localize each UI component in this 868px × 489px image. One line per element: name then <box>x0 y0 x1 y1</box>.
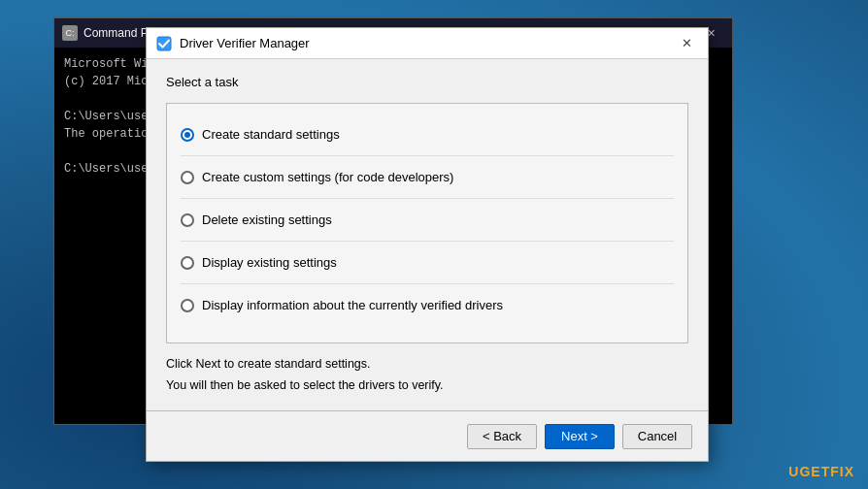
back-button[interactable]: < Back <box>467 424 537 449</box>
options-area: Create standard settings Create custom s… <box>166 103 688 343</box>
radio-option-3[interactable]: Delete existing settings <box>181 199 674 242</box>
radio-option-1[interactable]: Create standard settings <box>181 114 674 156</box>
radio-option-2[interactable]: Create custom settings (for code develop… <box>181 156 674 199</box>
radio-input-3 <box>181 213 194 227</box>
cancel-button[interactable]: Cancel <box>622 424 692 449</box>
watermark-highlight: ET <box>811 464 830 479</box>
dialog-titlebar: Driver Verifier Manager ✕ <box>147 28 708 59</box>
watermark-prefix: UG <box>788 464 811 479</box>
next-button[interactable]: Next > <box>545 424 615 449</box>
dialog-body: Select a task Create standard settings C… <box>147 59 708 410</box>
desc-line-2: You will then be asked to select the dri… <box>166 376 688 395</box>
radio-label-5: Display information about the currently … <box>202 298 503 312</box>
radio-input-4 <box>181 256 194 270</box>
watermark: UGETFIX <box>788 464 854 479</box>
dialog-title-text: Driver Verifier Manager <box>180 36 667 50</box>
radio-label-4: Display existing settings <box>202 255 337 270</box>
radio-input-2 <box>181 171 194 184</box>
radio-option-4[interactable]: Display existing settings <box>181 242 674 284</box>
dialog-title-icon <box>156 36 172 51</box>
watermark-suffix: FIX <box>830 464 854 479</box>
radio-option-5[interactable]: Display information about the currently … <box>181 284 674 326</box>
description-area: Click Next to create standard settings. … <box>166 355 688 400</box>
radio-dot-1 <box>184 132 190 138</box>
dialog-close-btn[interactable]: ✕ <box>675 34 698 53</box>
section-label: Select a task <box>166 75 688 89</box>
dialog-footer: < Back Next > Cancel <box>147 410 708 461</box>
desc-line-1: Click Next to create standard settings. <box>166 355 688 374</box>
radio-input-1 <box>181 128 194 142</box>
radio-label-1: Create standard settings <box>202 127 340 142</box>
driver-verifier-dialog: Driver Verifier Manager ✕ Select a task … <box>146 27 709 462</box>
cmd-icon: C: <box>62 25 78 41</box>
radio-label-3: Delete existing settings <box>202 212 332 227</box>
radio-input-5 <box>181 299 194 312</box>
radio-label-2: Create custom settings (for code develop… <box>202 170 453 184</box>
